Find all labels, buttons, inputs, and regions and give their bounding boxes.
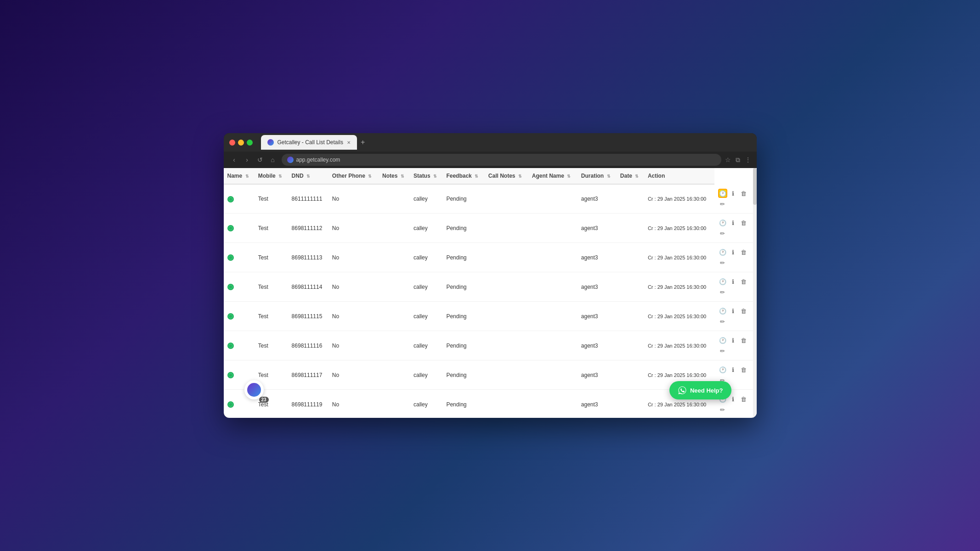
cell-agent-name: agent3 [578,360,617,390]
info-icon[interactable]: ℹ [729,394,738,404]
cell-call-notes [528,272,578,302]
svg-point-0 [268,140,273,145]
info-icon[interactable]: ℹ [729,218,738,227]
forward-button[interactable]: › [242,156,252,163]
cell-other-phone [379,214,410,243]
th-notes-label: Notes [382,173,397,179]
th-call-notes-label: Call Notes [488,173,515,179]
cell-duration [617,214,644,243]
sort-other-phone-icon[interactable]: ⇅ [368,174,372,179]
table-row: Test8698111113NocalleyPendingagent3Cr : … [224,243,757,272]
tab-bar: Getcalley - Call List Details ✕ + [261,135,365,150]
cell-date: Cr : 29 Jan 2025 16:30:00 [644,214,714,243]
edit-icon[interactable]: ✏ [718,346,727,355]
th-date: Date ⇅ [617,168,644,184]
sort-date-icon[interactable]: ⇅ [635,174,639,179]
home-button[interactable]: ⌂ [268,156,278,163]
menu-icon[interactable]: ⋮ [745,156,751,164]
delete-icon[interactable]: 🗑 [739,247,748,257]
scrollbar-thumb[interactable] [753,168,757,205]
tab-favicon [267,139,274,146]
extensions-icon[interactable]: ⧉ [736,156,740,164]
action-icons: 🕐 ℹ 🗑 ✏ [718,247,750,267]
active-tab[interactable]: Getcalley - Call List Details ✕ [261,135,357,150]
history-icon[interactable]: 🕐 [718,306,727,315]
info-icon[interactable]: ℹ [729,336,738,345]
refresh-button[interactable]: ↺ [255,156,265,163]
sort-notes-icon[interactable]: ⇅ [401,174,404,179]
cell-notes: calley [410,390,442,418]
info-icon[interactable]: ℹ [729,365,738,374]
cell-agent-name: agent3 [578,302,617,331]
sort-name-icon[interactable]: ⇅ [245,174,249,179]
th-name: Name ⇅ [224,168,255,184]
edit-icon[interactable]: ✏ [718,317,727,326]
sort-mobile-icon[interactable]: ⇅ [278,174,282,179]
back-button[interactable]: ‹ [229,156,239,163]
edit-icon[interactable]: ✏ [718,287,727,297]
online-indicator [227,401,234,408]
sort-status-icon[interactable]: ⇅ [433,174,437,179]
cell-status: Pending [442,390,484,418]
th-duration-label: Duration [581,173,604,179]
info-icon[interactable]: ℹ [729,189,738,198]
cell-notes: calley [410,243,442,272]
edit-icon[interactable]: ✏ [718,258,727,267]
th-agent-name: Agent Name ⇅ [528,168,578,184]
history-icon[interactable]: 🕐 [718,218,727,227]
th-status-label: Status [414,173,431,179]
cell-call-notes [528,360,578,390]
history-icon[interactable]: 🕐 [718,336,727,345]
info-icon[interactable]: ℹ [729,247,738,257]
history-icon[interactable]: 🕐 [718,189,727,198]
online-indicator [227,284,234,290]
need-help-button[interactable]: Need Help? [669,381,731,399]
cell-name: Test [255,214,288,243]
cell-duration [617,272,644,302]
delete-icon[interactable]: 🗑 [739,306,748,315]
edit-icon[interactable]: ✏ [718,405,727,414]
sort-dnd-icon[interactable]: ⇅ [306,174,310,179]
tab-close-icon[interactable]: ✕ [347,140,351,145]
history-icon[interactable]: 🕐 [718,247,727,257]
bookmark-icon[interactable]: ☆ [725,156,731,164]
sort-duration-icon[interactable]: ⇅ [607,174,611,179]
delete-icon[interactable]: 🗑 [739,277,748,286]
cell-status: Pending [442,360,484,390]
cell-duration [617,184,644,214]
edit-icon[interactable]: ✏ [718,199,727,208]
history-icon[interactable]: 🕐 [718,277,727,286]
fullscreen-button[interactable] [247,140,253,146]
cell-action: 🕐 ℹ 🗑 ✏ [714,243,757,272]
new-tab-button[interactable]: + [361,138,365,146]
online-indicator [227,343,234,349]
sort-call-notes-icon[interactable]: ⇅ [518,174,522,179]
delete-icon[interactable]: 🗑 [739,336,748,345]
edit-icon[interactable]: ✏ [718,229,727,238]
cell-status: Pending [442,214,484,243]
address-input[interactable]: app.getcalley.com [282,154,721,166]
cell-other-phone [379,331,410,360]
table-row: Test8698111116NocalleyPendingagent3Cr : … [224,331,757,360]
cell-name: Test [255,243,288,272]
minimize-button[interactable] [238,140,244,146]
online-indicator [227,225,234,231]
th-call-notes: Call Notes ⇅ [485,168,528,184]
delete-icon[interactable]: 🗑 [739,365,748,374]
delete-icon[interactable]: 🗑 [739,394,748,404]
sort-feedback-icon[interactable]: ⇅ [475,174,478,179]
close-button[interactable] [229,140,235,146]
cell-date: Cr : 29 Jan 2025 16:30:00 [644,184,714,214]
table-row: Test8611111111NocalleyPendingagent3Cr : … [224,184,757,214]
sort-agent-name-icon[interactable]: ⇅ [567,174,571,179]
url-display: app.getcalley.com [296,157,340,163]
info-icon[interactable]: ℹ [729,277,738,286]
cell-notes: calley [410,360,442,390]
info-icon[interactable]: ℹ [729,306,738,315]
delete-icon[interactable]: 🗑 [739,189,748,198]
delete-icon[interactable]: 🗑 [739,218,748,227]
cell-date: Cr : 29 Jan 2025 16:30:00 [644,243,714,272]
cell-agent-name: agent3 [578,331,617,360]
online-indicator [227,313,234,320]
history-icon[interactable]: 🕐 [718,365,727,374]
